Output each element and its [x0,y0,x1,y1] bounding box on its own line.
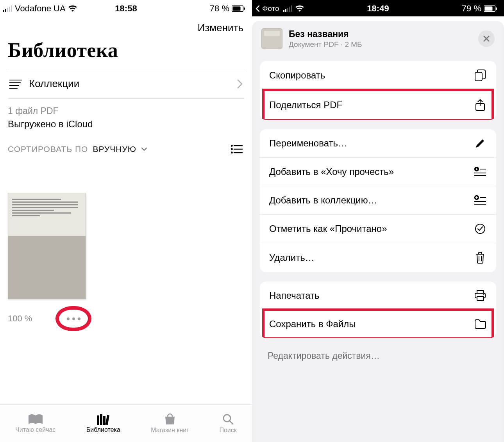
book-thumbnail[interactable] [8,193,86,299]
action-mark-read[interactable]: Отметить как «Прочитано» [260,214,496,243]
books-icon [95,414,111,425]
sheet-header: Без названия Документ PDF · 2 МБ [254,21,502,57]
copy-icon [475,70,486,81]
checkmark-circle-icon [475,223,486,234]
clock-label: 18:49 [367,4,389,14]
status-bar: Фото 18:49 79 % [252,0,504,16]
sort-label: СОРТИРОВАТЬ ПО [8,144,88,154]
svg-rect-48 [477,291,483,293]
document-subtitle: Документ PDF · 2 МБ [289,40,472,49]
svg-rect-50 [477,296,483,301]
battery-percent-label: 78 % [210,4,229,14]
tab-reading-now[interactable]: Читаю сейчас [15,414,55,433]
svg-rect-3 [9,7,10,12]
svg-rect-20 [103,416,105,425]
svg-rect-0 [3,10,4,12]
action-copy[interactable]: Скопировать [260,61,496,90]
action-want-to-read[interactable]: Добавить в «Хочу прочесть» [260,157,496,186]
action-save-to-files[interactable]: Сохранить в Файлы [260,310,496,338]
carrier-label: Vodafone UA [15,4,66,14]
printer-icon [474,290,486,301]
svg-rect-24 [283,10,284,12]
svg-rect-32 [475,72,482,81]
svg-rect-4 [11,5,12,12]
svg-rect-28 [291,5,292,12]
tab-search[interactable]: Поиск [219,413,236,434]
more-button[interactable] [67,317,80,320]
more-button-highlight [55,306,91,331]
svg-point-14 [231,149,232,150]
document-title: Без названия [289,29,472,39]
svg-rect-19 [100,414,102,425]
chevron-right-icon [237,79,243,89]
collections-label: Коллекции [29,78,230,90]
svg-rect-7 [244,7,245,10]
tab-library[interactable]: Библиотека [86,414,120,433]
star-list-icon [474,167,486,177]
svg-rect-26 [287,8,288,12]
svg-rect-25 [285,9,286,12]
progress-label: 100 % [8,314,32,324]
page-title: Библиотека [8,36,244,69]
svg-point-45 [475,224,485,233]
library-meta: 1 файл PDF Выгружено в iCloud [8,99,244,133]
battery-icon [484,5,497,12]
clock-label: 18:58 [115,4,137,14]
svg-point-16 [231,152,232,153]
svg-line-23 [230,421,233,424]
svg-rect-6 [233,7,241,11]
action-rename[interactable]: Переименовать… [260,129,496,157]
svg-point-12 [231,145,232,146]
pencil-icon [475,138,486,149]
svg-rect-31 [496,7,497,10]
action-add-collection[interactable]: Добавить в коллекцию… [260,186,496,214]
svg-rect-18 [97,415,99,425]
action-print[interactable]: Напечатать [260,282,496,310]
right-phone-share-sheet: Фото 18:49 79 % Без названия Документ PD… [252,0,504,442]
collections-row[interactable]: Коллекции [8,69,244,98]
back-chevron-icon[interactable] [255,5,260,12]
list-icon [9,79,22,89]
plus-list-icon [474,195,486,205]
trash-icon [475,252,485,264]
close-button[interactable] [478,30,495,47]
action-share-pdf[interactable]: Поделиться PDF [260,90,496,120]
tab-store[interactable]: Магазин книг [151,413,189,434]
back-app-label[interactable]: Фото [262,4,279,13]
file-count-label: 1 файл PDF [8,106,244,116]
cell-signal-icon [3,5,13,12]
battery-percent-label: 79 % [462,4,481,14]
search-icon [222,413,234,425]
bag-icon [164,413,176,425]
battery-icon [232,5,245,12]
cell-signal-icon [283,5,293,12]
share-icon [475,99,485,111]
svg-rect-30 [485,7,493,11]
close-icon [483,35,490,42]
wifi-icon [295,5,304,12]
icloud-status-label: Выгружено в iCloud [8,119,244,130]
svg-rect-2 [7,8,8,12]
book-open-icon [28,414,43,425]
svg-rect-21 [105,415,109,424]
svg-rect-27 [289,7,290,12]
left-phone-books-library: Vodafone UA 18:58 78 % Изменить Библиоте… [0,0,252,442]
svg-rect-1 [5,9,6,12]
action-delete[interactable]: Удалить… [260,243,496,272]
document-thumbnail [261,28,282,49]
svg-point-51 [483,294,484,296]
edit-button[interactable]: Изменить [0,16,252,36]
status-bar: Vodafone UA 18:58 78 % [0,0,252,16]
wifi-icon [68,5,77,12]
sort-value-button[interactable]: ВРУЧНУЮ [93,144,136,154]
list-view-icon[interactable] [231,145,243,153]
edit-actions-button[interactable]: Редактировать действия… [254,348,502,369]
chevron-down-icon [141,147,147,151]
tab-bar: Читаю сейчас Библиотека Магазин книг Пои… [0,405,252,442]
folder-icon [474,319,486,329]
